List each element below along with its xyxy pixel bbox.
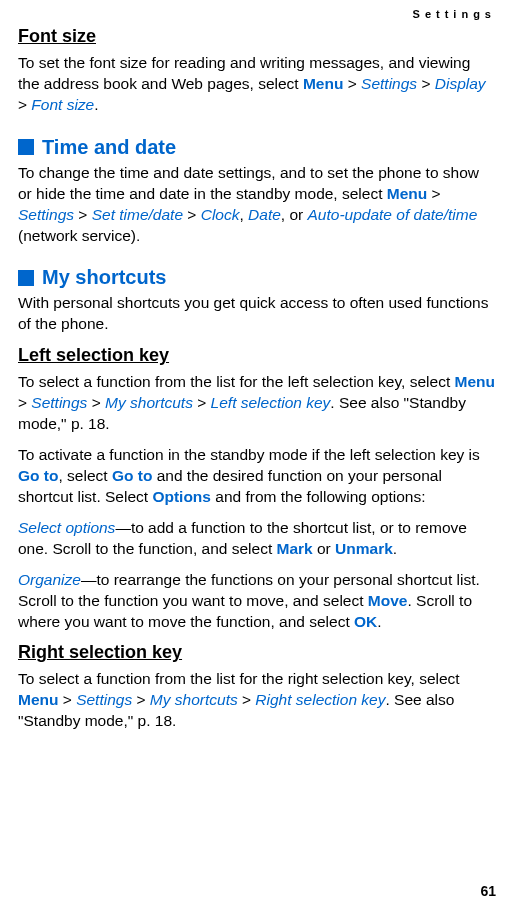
menu-path-item: Menu — [303, 75, 343, 92]
softkey-label: Unmark — [335, 540, 393, 557]
menu-path-item: Display — [435, 75, 486, 92]
softkey-label: Options — [152, 488, 211, 505]
heading-font-size: Font size — [18, 26, 496, 47]
paragraph: To activate a function in the standby mo… — [18, 445, 496, 508]
menu-path-item: Auto-update of date/time — [308, 206, 478, 223]
paragraph: With personal shortcuts you get quick ac… — [18, 293, 496, 335]
softkey-label: OK — [354, 613, 377, 630]
menu-path-item: Settings — [18, 206, 74, 223]
softkey-label: Go to — [18, 467, 58, 484]
menu-path-item: Settings — [361, 75, 417, 92]
paragraph: To change the time and date settings, an… — [18, 163, 496, 247]
heading-my-shortcuts: My shortcuts — [18, 266, 496, 289]
menu-path-item: Menu — [455, 373, 495, 390]
menu-path-item: Font size — [31, 96, 94, 113]
softkey-label: Mark — [277, 540, 313, 557]
paragraph: To select a function from the list for t… — [18, 372, 496, 435]
menu-path-item: Right selection key — [255, 691, 385, 708]
menu-path-item: My shortcuts — [105, 394, 193, 411]
softkey-label: Go to — [112, 467, 152, 484]
menu-path-item: Clock — [201, 206, 240, 223]
paragraph: To set the font size for reading and wri… — [18, 53, 496, 116]
paragraph: Select options—to add a function to the … — [18, 518, 496, 560]
option-name: Select options — [18, 519, 115, 536]
paragraph: To select a function from the list for t… — [18, 669, 496, 732]
page-header: Settings — [18, 8, 496, 20]
option-name: Organize — [18, 571, 81, 588]
heading-right-selection-key: Right selection key — [18, 642, 496, 663]
paragraph: Organize—to rearrange the functions on y… — [18, 570, 496, 633]
page-number: 61 — [480, 883, 496, 899]
menu-path-item: Settings — [31, 394, 87, 411]
softkey-label: Move — [368, 592, 408, 609]
menu-path-item: Menu — [387, 185, 427, 202]
heading-time-and-date: Time and date — [18, 136, 496, 159]
square-bullet-icon — [18, 270, 34, 286]
menu-path-item: Set time/date — [92, 206, 183, 223]
square-bullet-icon — [18, 139, 34, 155]
menu-path-item: Menu — [18, 691, 58, 708]
menu-path-item: Left selection key — [211, 394, 331, 411]
menu-path-item: Settings — [76, 691, 132, 708]
menu-path-item: My shortcuts — [150, 691, 238, 708]
menu-path-item: Date — [248, 206, 281, 223]
heading-left-selection-key: Left selection key — [18, 345, 496, 366]
